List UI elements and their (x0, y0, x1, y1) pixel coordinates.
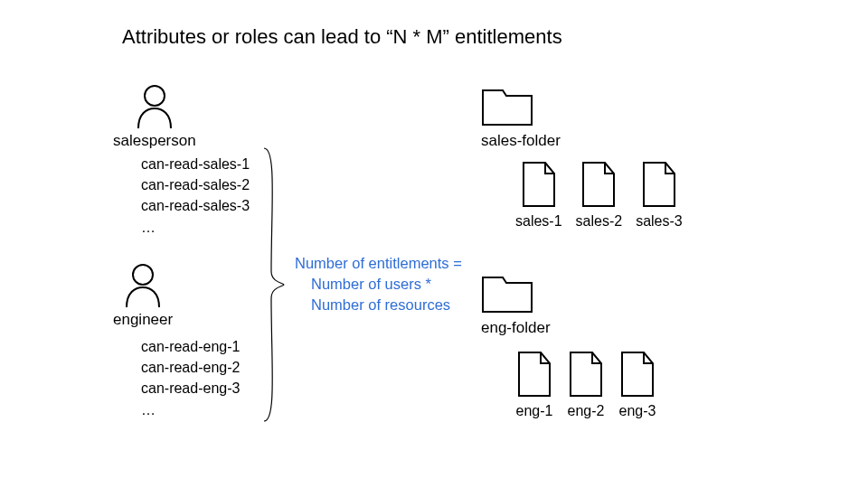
engineer-permissions: can-read-eng-1 can-read-eng-2 can-read-e… (141, 336, 240, 420)
folder-sales: sales-folder (481, 87, 561, 150)
formula-line: Number of users * (295, 274, 462, 295)
folder-eng: eng-folder (481, 274, 551, 337)
file-sales-3: sales-3 (636, 161, 683, 230)
formula-text: Number of entitlements = Number of users… (295, 253, 462, 315)
formula-line: Number of entitlements = (295, 253, 462, 274)
perm-item: can-read-sales-1 (141, 154, 250, 174)
eng-files-row: eng-1 eng-2 eng-3 (515, 351, 656, 419)
file-label: sales-3 (636, 213, 683, 230)
file-icon (515, 351, 553, 398)
file-sales-1: sales-1 (515, 161, 562, 230)
perm-item: can-read-sales-3 (141, 195, 250, 216)
user-engineer: engineer (113, 262, 173, 329)
user-label: engineer (113, 311, 173, 329)
folder-label: sales-folder (481, 132, 561, 150)
perm-item: … (141, 217, 250, 238)
file-icon (576, 161, 623, 208)
sales-files-row: sales-1 sales-2 sales-3 (515, 161, 683, 230)
file-icon (567, 351, 605, 398)
file-label: eng-1 (515, 403, 553, 419)
perm-item: can-read-sales-2 (141, 174, 250, 195)
perm-item: can-read-eng-2 (141, 357, 240, 378)
file-eng-3: eng-3 (618, 351, 656, 419)
perm-item: can-read-eng-1 (141, 336, 240, 357)
svg-point-1 (133, 265, 153, 285)
file-eng-1: eng-1 (515, 351, 553, 419)
svg-point-0 (145, 86, 165, 106)
file-sales-2: sales-2 (576, 161, 623, 230)
user-icon (113, 83, 196, 128)
file-icon (636, 161, 683, 208)
diagram-title: Attributes or roles can lead to “N * M” … (122, 25, 562, 49)
file-icon (515, 161, 562, 208)
file-label: sales-1 (515, 213, 562, 230)
salesperson-permissions: can-read-sales-1 can-read-sales-2 can-re… (141, 154, 250, 238)
formula-line: Number of resources (295, 295, 462, 315)
file-label: eng-3 (618, 403, 656, 419)
user-salesperson: salesperson (113, 83, 196, 150)
folder-label: eng-folder (481, 319, 551, 337)
folder-icon (481, 274, 551, 314)
user-label: salesperson (113, 132, 196, 150)
user-icon (113, 262, 173, 307)
file-label: eng-2 (567, 403, 605, 419)
file-label: sales-2 (576, 213, 623, 230)
file-icon (618, 351, 656, 398)
perm-item: can-read-eng-3 (141, 378, 240, 399)
perm-item: … (141, 399, 240, 420)
curly-brace-icon (260, 145, 288, 428)
file-eng-2: eng-2 (567, 351, 605, 419)
folder-icon (481, 87, 561, 127)
